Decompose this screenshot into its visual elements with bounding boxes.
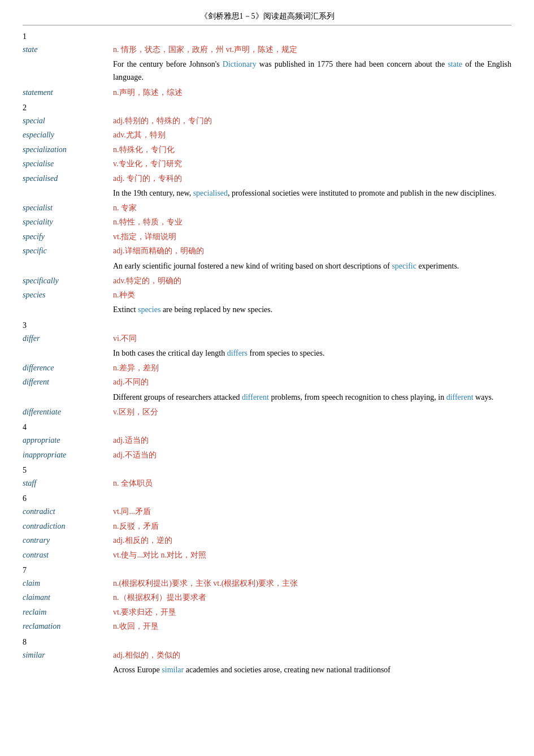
entry-definition: v.专业化，专门研究 xyxy=(113,158,511,170)
entry-definition: adv.特定的，明确的 xyxy=(113,275,511,287)
example-indent xyxy=(23,260,113,273)
entry-definition: n. 全体职员 xyxy=(113,477,511,490)
example-row: In both cases the critical day length di… xyxy=(23,347,511,360)
entry-definition: n.特殊化，专门化 xyxy=(113,144,511,156)
example-text: In the 19th century, new, specialised, p… xyxy=(113,187,511,200)
highlight-word: different xyxy=(242,393,269,401)
entry-word: difference xyxy=(23,362,113,374)
section-number: 1 xyxy=(23,32,511,41)
example-indent xyxy=(23,347,113,360)
example-text: An early scientific journal fostered a n… xyxy=(113,260,511,273)
highlight-word: Dictionary xyxy=(223,60,257,68)
entry-definition: vt.要求归还，开垦 xyxy=(113,606,511,619)
example-text: Different groups of researchers attacked… xyxy=(113,391,511,404)
entry-row: differentadj.不同的 xyxy=(23,376,511,388)
entry-definition: n. 专家 xyxy=(113,202,511,214)
entry-definition: adj.不同的 xyxy=(113,376,511,388)
entry-word: reclaim xyxy=(23,606,113,619)
entry-word: specialization xyxy=(23,144,113,156)
section-number: 3 xyxy=(23,321,511,330)
entry-row: claimn.(根据权利提出)要求，主张 vt.(根据权利)要求，主张 xyxy=(23,577,511,590)
entry-word: contradiction xyxy=(23,520,113,533)
section-number: 4 xyxy=(23,423,511,432)
entry-definition: adj.特别的，特殊的，专门的 xyxy=(113,115,511,127)
entry-definition: vt.指定，详细说明 xyxy=(113,231,511,243)
entry-row: differvi.不同 xyxy=(23,332,511,345)
entry-word: reclamation xyxy=(23,620,113,633)
entry-word: specifically xyxy=(23,275,113,287)
example-indent xyxy=(23,58,113,84)
entry-word: specific xyxy=(23,245,113,257)
entry-word: claim xyxy=(23,577,113,590)
entry-row: specificadj.详细而精确的，明确的 xyxy=(23,245,511,257)
entry-word: especially xyxy=(23,129,113,141)
entry-word: inappropriate xyxy=(23,449,113,461)
entry-row: statementn.声明，陈述，综述 xyxy=(23,87,511,99)
example-indent xyxy=(23,303,113,316)
entry-row: contradictionn.反驳，矛盾 xyxy=(23,520,511,533)
highlight-word: specific xyxy=(392,262,416,270)
example-row: An early scientific journal fostered a n… xyxy=(23,260,511,273)
entry-definition: vt.使与...对比 n.对比，对照 xyxy=(113,549,511,561)
entry-word: special xyxy=(23,115,113,127)
main-content: 1staten. 情形，状态，国家，政府，州 vt.声明，陈述，规定For th… xyxy=(23,32,511,676)
entry-definition: n.特性，特质，专业 xyxy=(113,216,511,228)
entry-row: contrastvt.使与...对比 n.对比，对照 xyxy=(23,549,511,561)
highlight-word: differs xyxy=(227,349,248,357)
entry-row: contradictvt.同...矛盾 xyxy=(23,506,511,518)
entry-word: specialist xyxy=(23,202,113,214)
entry-row: appropriateadj.适当的 xyxy=(23,434,511,447)
example-row: In the 19th century, new, specialised, p… xyxy=(23,187,511,200)
highlight-word: specialised xyxy=(193,189,228,197)
entry-row: differentiatev.区别，区分 xyxy=(23,406,511,418)
entry-word: statement xyxy=(23,87,113,99)
entry-row: contraryadj.相反的，逆的 xyxy=(23,534,511,547)
entry-definition: adj.相反的，逆的 xyxy=(113,534,511,547)
entry-definition: vt.同...矛盾 xyxy=(113,506,511,518)
entry-word: claimant xyxy=(23,591,113,604)
entry-definition: adj. 专门的，专科的 xyxy=(113,172,511,185)
entry-row: reclamationn.收回，开垦 xyxy=(23,620,511,633)
entry-definition: n.收回，开垦 xyxy=(113,620,511,633)
entry-definition: n.(根据权利提出)要求，主张 vt.(根据权利)要求，主张 xyxy=(113,577,511,590)
highlight-word2: different xyxy=(446,393,474,401)
entry-word: differ xyxy=(23,332,113,345)
section-number: 2 xyxy=(23,103,511,113)
example-text: Across Europe similar academies and soci… xyxy=(113,663,511,676)
entry-row: especiallyadv.尤其，特别 xyxy=(23,129,511,141)
entry-word: contradict xyxy=(23,506,113,518)
entry-word: contrast xyxy=(23,549,113,561)
entry-definition: adj.相似的，类似的 xyxy=(113,649,511,662)
entry-definition: adj.适当的 xyxy=(113,434,511,447)
entry-word: different xyxy=(23,376,113,388)
example-indent xyxy=(23,187,113,200)
entry-word: appropriate xyxy=(23,434,113,447)
entry-row: specialadj.特别的，特殊的，专门的 xyxy=(23,115,511,127)
entry-row: speciesn.种类 xyxy=(23,289,511,301)
entry-word: specialised xyxy=(23,172,113,185)
entry-word: staff xyxy=(23,477,113,490)
entry-word: state xyxy=(23,44,113,56)
page-title: 《剑桥雅思1－5》阅读超高频词汇系列 xyxy=(23,11,511,25)
entry-definition: vi.不同 xyxy=(113,332,511,345)
example-row: Across Europe similar academies and soci… xyxy=(23,663,511,676)
example-text: In both cases the critical day length di… xyxy=(113,347,511,360)
entry-row: similaradj.相似的，类似的 xyxy=(23,649,511,662)
entry-row: reclaimvt.要求归还，开垦 xyxy=(23,606,511,619)
section-number: 6 xyxy=(23,494,511,503)
section-number: 5 xyxy=(23,466,511,475)
entry-row: claimantn.（根据权利）提出要求者 xyxy=(23,591,511,604)
highlight-word: species xyxy=(138,305,160,314)
entry-word: similar xyxy=(23,649,113,662)
entry-definition: adj.不适当的 xyxy=(113,449,511,461)
entry-row: specialisev.专业化，专门研究 xyxy=(23,158,511,170)
entry-row: specificallyadv.特定的，明确的 xyxy=(23,275,511,287)
entry-row: differencen.差异，差别 xyxy=(23,362,511,374)
example-row: Different groups of researchers attacked… xyxy=(23,391,511,404)
highlight-word: similar xyxy=(162,666,184,674)
entry-word: differentiate xyxy=(23,406,113,418)
entry-definition: n.种类 xyxy=(113,289,511,301)
entry-row: specializationn.特殊化，专门化 xyxy=(23,144,511,156)
entry-definition: v.区别，区分 xyxy=(113,406,511,418)
entry-word: speciality xyxy=(23,216,113,228)
